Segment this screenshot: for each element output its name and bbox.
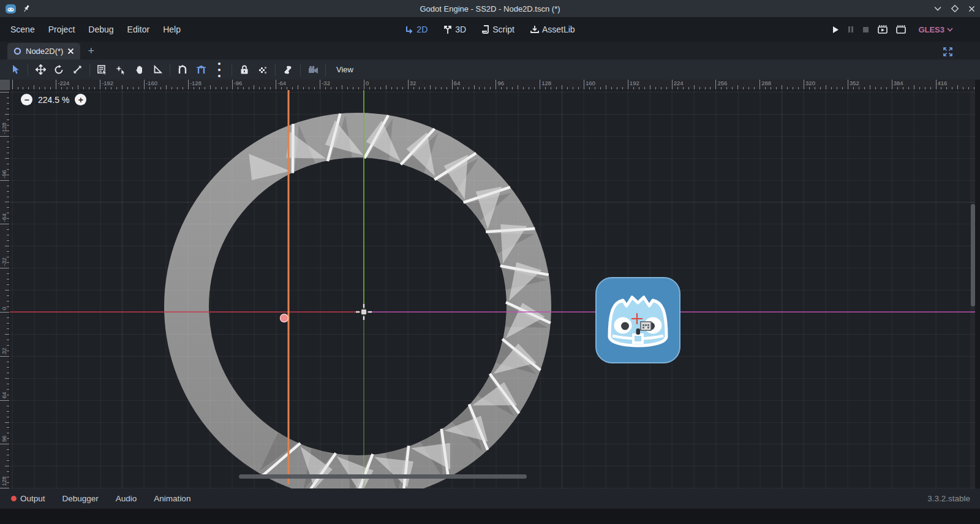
- view-menu[interactable]: View: [329, 65, 361, 74]
- ruler-tick: [325, 87, 326, 89]
- close-button[interactable]: [968, 6, 975, 12]
- ruler-label: 256: [717, 80, 727, 86]
- workspace-assetlib-button[interactable]: AssetLib: [526, 25, 580, 34]
- tab-close-icon[interactable]: [67, 48, 74, 55]
- ruler-tick: [7, 207, 9, 208]
- ruler-tick: [188, 80, 189, 89]
- zoom-out-button[interactable]: −: [21, 94, 32, 105]
- ruler-tick: [710, 87, 710, 89]
- ruler-tick: [633, 87, 634, 89]
- vertical-ruler[interactable]: -128-96-64-320326496128: [0, 90, 10, 488]
- ruler-tick: [743, 87, 744, 89]
- ruler-tick: [892, 80, 892, 89]
- ruler-tick: [364, 80, 364, 89]
- snap-options-menu[interactable]: •••: [210, 62, 228, 78]
- ruler-tick: [650, 85, 650, 89]
- ruler-tick: [941, 87, 941, 89]
- move-pivot-tool[interactable]: [111, 62, 130, 78]
- ruler-label: 320: [805, 80, 815, 86]
- ruler-tick: [628, 80, 628, 89]
- ruler-label: 128: [541, 80, 551, 86]
- horizontal-scrollbar-thumb[interactable]: [239, 474, 527, 479]
- ruler-label: -128: [1, 123, 7, 134]
- ruler-tick: [886, 87, 887, 89]
- ruler-label: -224: [58, 80, 69, 86]
- ruler-tick: [7, 108, 9, 109]
- new-scene-tab-button[interactable]: +: [88, 45, 94, 58]
- lock-object-button[interactable]: [235, 62, 254, 78]
- onion-skinning-button[interactable]: [304, 62, 322, 78]
- scale-tool[interactable]: [68, 62, 86, 78]
- ruler-tick: [666, 87, 667, 89]
- ruler-tick: [732, 87, 733, 89]
- renderer-select[interactable]: GLES3: [918, 25, 953, 34]
- ruler-label: -160: [146, 80, 157, 86]
- horizontal-ruler[interactable]: -224-192-160-128-96-64-32032649612816019…: [10, 80, 975, 90]
- ruler-tool[interactable]: [148, 62, 167, 78]
- ruler-tick: [804, 80, 804, 89]
- ruler-tick: [7, 142, 9, 142]
- debugger-panel-button[interactable]: Debugger: [54, 494, 107, 503]
- distraction-free-button[interactable]: [943, 47, 953, 57]
- ruler-tick: [957, 85, 958, 89]
- node2d-icon: [13, 47, 21, 55]
- maximize-button[interactable]: [951, 5, 959, 12]
- stop-button[interactable]: [862, 26, 869, 33]
- 2d-viewport[interactable]: − 224.5 % +: [10, 90, 975, 488]
- ruler-tick: [314, 87, 315, 89]
- ruler-tick: [56, 80, 56, 89]
- ruler-tick: [172, 87, 172, 89]
- pause-button[interactable]: [848, 26, 854, 33]
- output-panel-button[interactable]: Output: [2, 494, 54, 503]
- ruler-tick: [617, 87, 617, 89]
- audio-panel-button[interactable]: Audio: [107, 494, 146, 503]
- workspace-script-button[interactable]: Script: [477, 25, 519, 34]
- ruler-tick: [194, 87, 194, 89]
- ruler-tick: [760, 80, 760, 89]
- skeleton-bone-button[interactable]: [279, 62, 297, 78]
- grid-snap-toggle[interactable]: [192, 62, 210, 78]
- workspace-2d-button[interactable]: 2D: [400, 25, 432, 34]
- ruler-tick: [232, 80, 233, 89]
- godot-logo-sprite: [596, 278, 680, 363]
- zoom-in-button[interactable]: +: [75, 94, 86, 105]
- ruler-tick: [864, 87, 865, 89]
- select-tool[interactable]: [6, 62, 24, 78]
- ruler-tick: [452, 80, 453, 89]
- ruler-tick: [919, 87, 920, 89]
- rotate-tool[interactable]: [50, 62, 68, 78]
- scene-tab-node2d[interactable]: Node2D(*): [7, 43, 80, 59]
- minimize-button[interactable]: [934, 6, 941, 11]
- ruler-tick: [83, 87, 84, 89]
- ruler-tick: [848, 80, 848, 89]
- ruler-tick: [7, 471, 9, 472]
- smart-snap-toggle[interactable]: [173, 62, 192, 78]
- ruler-tick: [408, 80, 409, 89]
- ruler-tick: [7, 240, 9, 241]
- pan-tool[interactable]: [130, 62, 148, 78]
- play-button[interactable]: [832, 26, 839, 34]
- ruler-tick: [72, 87, 73, 89]
- move-tool[interactable]: [31, 62, 50, 78]
- animation-panel-button[interactable]: Animation: [145, 494, 199, 503]
- ruler-tick: [7, 411, 9, 412]
- ruler-tick: [320, 80, 320, 89]
- ruler-tick: [914, 85, 914, 89]
- workspace-3d-button[interactable]: 3D: [439, 25, 471, 34]
- zoom-level[interactable]: 224.5 %: [38, 95, 69, 105]
- ruler-tick: [5, 290, 9, 290]
- ruler-tick: [501, 87, 502, 89]
- version-label: 3.3.2.stable: [927, 494, 970, 503]
- play-scene-button[interactable]: [878, 25, 888, 34]
- ruler-tick: [7, 147, 9, 148]
- ruler-tick: [787, 87, 788, 89]
- ruler-tick: [754, 87, 755, 89]
- pin-icon[interactable]: [23, 4, 30, 13]
- play-custom-scene-button[interactable]: [896, 25, 906, 34]
- ruler-tick: [7, 229, 9, 230]
- vertical-scrollbar-thumb[interactable]: [971, 204, 975, 306]
- ruler-tick: [100, 80, 100, 89]
- ruler-label: -64: [1, 214, 7, 222]
- group-object-button[interactable]: [254, 62, 272, 78]
- list-select-tool[interactable]: [93, 62, 111, 78]
